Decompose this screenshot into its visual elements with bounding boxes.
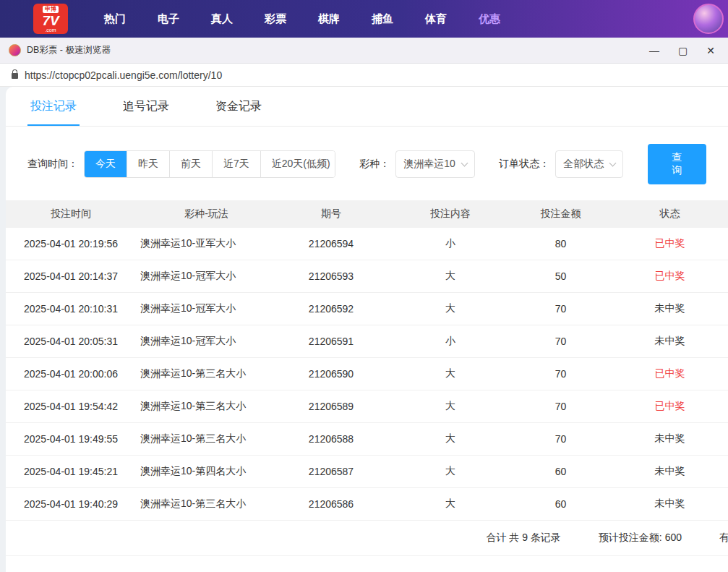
cell-issue: 21206587: [277, 456, 385, 488]
cell-time: 2025-04-01 19:40:29: [6, 488, 136, 521]
cell-content: 大: [385, 293, 515, 325]
cell-status: 已中奖: [606, 260, 728, 293]
site-navbar: 申博 7V .com 热门 电子 真人 彩票 棋牌 捕鱼 体育 优惠: [0, 0, 728, 38]
search-button[interactable]: 查询: [648, 144, 706, 184]
nav-item-promo[interactable]: 优惠: [468, 12, 510, 26]
cell-issue: 21206593: [277, 260, 385, 293]
cell-content: 大: [385, 260, 515, 293]
cell-play: 澳洲幸运10-第四名大小: [136, 456, 277, 488]
table-row: 2025-04-01 19:54:42 澳洲幸运10-第三名大小 2120658…: [6, 390, 728, 423]
site-logo[interactable]: 申博 7V .com: [33, 4, 68, 34]
filter-bar: 查询时间： 今天 昨天 前天 近7天 近20天(低频) 彩种： 澳洲幸运10 订…: [27, 144, 706, 184]
tab-fund-records[interactable]: 资金记录: [213, 87, 265, 126]
cell-play: 澳洲幸运10-第三名大小: [136, 488, 277, 521]
table-row: 2025-04-01 20:05:31 澳洲幸运10-冠军大小 21206591…: [6, 325, 728, 358]
cell-time: 2025-04-01 19:49:55: [6, 423, 136, 456]
url-text[interactable]: https://ctopcp02pcali.uengi5e.com/lotter…: [25, 69, 222, 81]
nav-item-electronic[interactable]: 电子: [147, 12, 189, 26]
cell-issue: 21206589: [277, 390, 385, 423]
window-title: DB彩票 - 极速浏览器: [27, 44, 111, 56]
cell-status: 已中奖: [606, 358, 728, 390]
cell-issue: 21206588: [277, 423, 385, 456]
table-row: 2025-04-01 20:10:31 澳洲幸运10-冠军大小 21206592…: [6, 293, 728, 325]
status-select[interactable]: 全部状态: [555, 150, 623, 178]
cell-time: 2025-04-01 20:00:06: [6, 358, 136, 390]
time-option-7days[interactable]: 近7天: [212, 151, 260, 177]
table-row: 2025-04-01 19:45:21 澳洲幸运10-第四名大小 2120658…: [6, 456, 728, 488]
cell-issue: 21206586: [277, 488, 385, 521]
nav-item-hot[interactable]: 热门: [94, 12, 136, 26]
bet-records-table: 投注时间 彩种-玩法 期号 投注内容 投注金额 状态 2025-04-01 20…: [6, 200, 728, 521]
cell-status: 已中奖: [606, 390, 728, 423]
content-card: 投注记录 追号记录 资金记录 查询时间： 今天 昨天 前天 近7天 近20天(低…: [6, 87, 728, 572]
summary-expected-amount: 预计投注金额: 600: [599, 532, 682, 545]
status-select-value: 全部状态: [563, 158, 604, 171]
cell-issue: 21206592: [277, 293, 385, 325]
cell-play: 澳洲幸运10-冠军大小: [136, 260, 277, 293]
time-option-20days[interactable]: 近20天(低频): [260, 151, 335, 177]
cell-time: 2025-04-01 19:54:42: [6, 390, 136, 423]
cell-status: 未中奖: [606, 325, 728, 358]
col-header-status: 状态: [606, 200, 728, 228]
time-option-today[interactable]: 今天: [85, 151, 127, 177]
lottery-select[interactable]: 澳洲幸运10: [395, 150, 475, 178]
col-header-issue: 期号: [277, 200, 385, 228]
cell-time: 2025-04-01 19:45:21: [6, 456, 136, 488]
tab-chase-records[interactable]: 追号记录: [120, 87, 172, 126]
lottery-filter-label: 彩种：: [359, 158, 390, 171]
cell-amount: 70: [515, 423, 606, 456]
cell-content: 大: [385, 423, 515, 456]
nav-item-lottery[interactable]: 彩票: [254, 12, 296, 26]
summary-bar: 合计 共 9 条记录 预计投注金额: 600 有效投注金额: [6, 521, 728, 556]
table-row: 2025-04-01 20:00:06 澳洲幸运10-第三名大小 2120659…: [6, 358, 728, 390]
cell-time: 2025-04-01 20:05:31: [6, 325, 136, 358]
cell-content: 大: [385, 358, 515, 390]
cell-play: 澳洲幸运10-第三名大小: [136, 358, 277, 390]
cell-time: 2025-04-01 20:19:56: [6, 228, 136, 260]
cell-play: 澳洲幸运10-第三名大小: [136, 423, 277, 456]
cell-amount: 70: [515, 358, 606, 390]
table-row: 2025-04-01 20:19:56 澳洲幸运10-亚军大小 21206594…: [6, 228, 728, 260]
nav-item-live[interactable]: 真人: [201, 12, 243, 26]
cell-amount: 70: [515, 325, 606, 358]
cell-play: 澳洲幸运10-第三名大小: [136, 390, 277, 423]
nav-item-sports[interactable]: 体育: [415, 12, 457, 26]
browser-tab-icon: [9, 44, 21, 56]
time-option-yesterday[interactable]: 昨天: [127, 151, 169, 177]
cell-amount: 70: [515, 390, 606, 423]
cell-amount: 60: [515, 456, 606, 488]
avatar[interactable]: [693, 4, 724, 34]
cell-amount: 50: [515, 260, 606, 293]
chevron-down-icon: [461, 159, 468, 166]
cell-content: 小: [385, 228, 515, 260]
tab-bet-records[interactable]: 投注记录: [27, 87, 80, 126]
col-header-play: 彩种-玩法: [136, 200, 277, 228]
close-button[interactable]: ✕: [706, 46, 715, 56]
cell-play: 澳洲幸运10-冠军大小: [136, 293, 277, 325]
summary-valid-amount: 有效投注金额: [719, 532, 728, 545]
cell-status: 未中奖: [606, 456, 728, 488]
cell-time: 2025-04-01 20:10:31: [6, 293, 136, 325]
time-filter-label: 查询时间：: [27, 158, 78, 171]
time-option-daybefore[interactable]: 前天: [169, 151, 212, 177]
address-bar[interactable]: https://ctopcp02pcali.uengi5e.com/lotter…: [0, 64, 728, 87]
cell-time: 2025-04-01 20:14:37: [6, 260, 136, 293]
maximize-button[interactable]: ▢: [678, 46, 688, 56]
lottery-select-value: 澳洲幸运10: [403, 158, 455, 171]
cell-amount: 80: [515, 228, 606, 260]
cell-content: 大: [385, 456, 515, 488]
browser-titlebar: DB彩票 - 极速浏览器 — ▢ ✕: [0, 38, 728, 64]
status-filter-label: 订单状态：: [499, 158, 549, 171]
table-header-row: 投注时间 彩种-玩法 期号 投注内容 投注金额 状态: [6, 200, 728, 228]
col-header-amount: 投注金额: [515, 200, 606, 228]
site-nav-items: 热门 电子 真人 彩票 棋牌 捕鱼 体育 优惠: [88, 12, 516, 26]
minimize-button[interactable]: —: [649, 46, 659, 56]
nav-item-chess[interactable]: 棋牌: [308, 12, 350, 26]
table-row: 2025-04-01 19:40:29 澳洲幸运10-第三名大小 2120658…: [6, 488, 728, 521]
cell-status: 未中奖: [606, 423, 728, 456]
cell-content: 大: [385, 390, 515, 423]
cell-content: 大: [385, 488, 515, 521]
lock-icon: [12, 73, 18, 79]
nav-item-fishing[interactable]: 捕鱼: [361, 12, 403, 26]
cell-status: 已中奖: [606, 228, 728, 260]
